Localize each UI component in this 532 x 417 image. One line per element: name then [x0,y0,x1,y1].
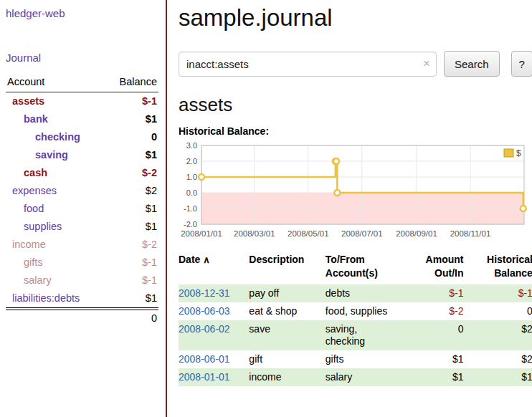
svg-text:1.0: 1.0 [186,173,197,181]
account-balance: $-2 [105,164,158,182]
svg-text:0.0: 0.0 [186,188,197,197]
account-row: food$1 [6,200,158,218]
accounts-cell: saving, checking [326,320,398,350]
account-row: income$-2 [6,236,158,254]
sidebar-item-journal[interactable]: Journal [6,52,41,64]
amount-cell: $1 [398,350,463,368]
table-row: 2008-12-31 pay off debts $-1 $-1 [179,284,532,302]
amount-cell: $-2 [398,302,463,320]
accounts-cell: food, supplies [326,302,398,320]
search-form: × Search ? [179,51,532,77]
sort-asc-icon: ∧ [203,254,210,265]
col-balance-line1: Historical [464,253,532,267]
table-row: 2008-01-01 income salary $1 $1 [179,368,532,386]
account-balance: $2 [105,182,158,200]
register-table: Date∧ Description To/From Account(s) Amo… [179,251,532,386]
amount-cell: $-1 [398,284,463,302]
balance-cell: $2 [464,350,532,368]
account-link[interactable]: assets [12,95,44,107]
account-row: liabilities:debts$1 [6,289,158,309]
account-row: expenses$2 [6,182,158,200]
description-cell: income [249,368,325,386]
account-row: assets$-1 [6,92,158,111]
account-link[interactable]: income [12,239,46,250]
account-balance: $1 [105,110,158,128]
svg-text:-1.0: -1.0 [184,204,197,213]
account-balance: 0 [105,128,158,146]
page-title: sample.journal [179,4,532,32]
col-header-accounts: To/From Account(s) [326,251,398,284]
date-link[interactable]: 2008-06-01 [179,353,230,365]
accounts-cell: gifts [326,350,398,368]
description-cell: eat & shop [249,302,325,320]
table-row: 2008-06-02 save saving, checking 0 $2 [179,320,532,350]
accounts-cell: salary [326,368,398,386]
description-cell: save [249,320,325,350]
table-row: 2008-06-03 eat & shop food, supplies $-2… [179,302,532,320]
main-content: sample.journal × Search ? assets Histori… [167,0,532,417]
accounts-col-account: Account [6,75,105,92]
col-amount-line1: Amount [398,253,463,267]
account-link[interactable]: gifts [24,257,43,268]
table-row: 2008-06-01 gift gifts $1 $2 [179,350,532,368]
date-link[interactable]: 2008-06-02 [179,323,230,335]
sidebar: hledger-web Journal Account Balance asse… [0,0,167,417]
date-link[interactable]: 2008-06-03 [179,305,230,317]
col-amount-line2: Out/In [398,267,463,280]
description-cell: pay off [249,284,325,302]
account-balance: $-1 [105,254,158,272]
account-row: salary$-1 [6,272,158,289]
account-link[interactable]: liabilities:debts [12,292,80,304]
svg-text:2008/09/01: 2008/09/01 [396,229,437,238]
col-date-label: Date [179,254,200,265]
svg-text:3.0: 3.0 [186,142,197,150]
account-balance: $1 [105,200,158,218]
clear-search-icon[interactable]: × [423,57,430,71]
account-balance: $1 [105,146,158,164]
account-link[interactable]: saving [35,149,68,160]
col-accounts-line1: To/From [326,253,392,267]
col-header-amount: Amount Out/In [398,251,463,284]
account-link[interactable]: checking [35,131,80,143]
account-row: cash$-2 [6,164,158,182]
account-row: checking0 [6,128,158,146]
account-balance: $1 [105,289,158,309]
balance-cell: $-1 [464,284,532,302]
col-header-description: Description [249,251,325,284]
svg-text:-2.0: -2.0 [184,220,197,229]
account-heading: assets [179,94,532,116]
svg-text:2008/07/01: 2008/07/01 [341,229,383,238]
col-accounts-line2: Account(s) [326,267,392,280]
search-input[interactable] [179,52,437,77]
account-row: supplies$1 [6,218,158,236]
help-button[interactable]: ? [511,51,532,77]
svg-text:$: $ [516,148,521,158]
register-header-row: Date∧ Description To/From Account(s) Amo… [179,251,532,284]
accounts-header-row: Account Balance [6,75,158,92]
account-link[interactable]: expenses [12,185,57,196]
accounts-cell: debts [326,284,398,302]
account-link[interactable]: cash [24,167,47,178]
chart-title: Historical Balance: [179,125,532,137]
col-header-balance: Historical Balance [464,251,532,284]
balance-cell: $1 [464,368,532,386]
app-title-link[interactable]: hledger-web [6,7,65,19]
accounts-table: Account Balance assets$-1 bank$1 checkin… [6,75,158,327]
description-cell: gift [249,350,325,368]
historical-balance-chart: $-2.0-1.00.01.02.03.02008/01/012008/03/0… [179,142,528,242]
account-balance: $-1 [105,272,158,289]
account-link[interactable]: bank [24,113,48,125]
account-balance: $-1 [105,92,158,111]
accounts-total: 0 [105,309,158,327]
account-link[interactable]: supplies [24,221,62,232]
account-link[interactable]: food [24,203,44,214]
account-link[interactable]: salary [24,274,52,286]
date-link[interactable]: 2008-12-31 [179,287,230,299]
balance-cell: $2 [464,320,532,350]
col-header-date[interactable]: Date∧ [179,251,249,284]
account-balance: $-2 [105,236,158,254]
date-link[interactable]: 2008-01-01 [179,371,230,383]
account-row: bank$1 [6,110,158,128]
search-button[interactable]: Search [444,51,500,77]
chart-svg: $-2.0-1.00.01.02.03.02008/01/012008/03/0… [179,142,528,242]
